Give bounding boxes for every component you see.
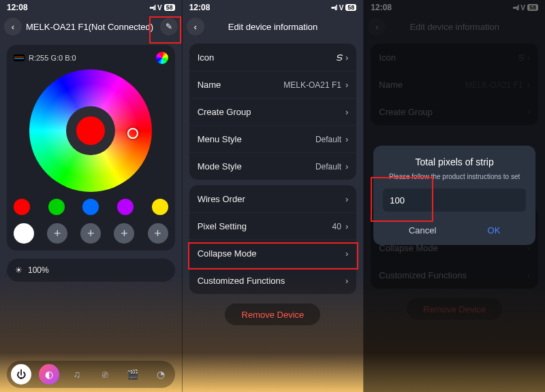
chevron-right-icon: › [345, 221, 348, 231]
chevron-right-icon: › [345, 80, 348, 90]
dialog-ok-button[interactable]: OK [481, 223, 508, 238]
tab-power[interactable]: ⏻ [11, 364, 31, 385]
wifi-icon: V [157, 4, 162, 12]
add-swatch-3[interactable]: + [114, 223, 134, 244]
color-wheel[interactable] [29, 69, 152, 192]
row-value: 40 [332, 222, 341, 231]
chevron-right-icon: › [345, 134, 348, 144]
row-label: Pixel Setting [198, 221, 332, 231]
settings-group-2: Wires Order › Pixel Setting 40 › Collaps… [189, 185, 357, 294]
status-bar: 12:08 ••ıl V 58 [183, 0, 364, 15]
brightness-value: 100% [28, 265, 49, 275]
power-icon: ⏻ [16, 369, 26, 380]
row-value: Default [315, 135, 341, 144]
tab-timer[interactable]: ◔ [151, 364, 171, 385]
sliders-icon: ⎚ [102, 369, 108, 380]
back-button[interactable]: ‹ [187, 18, 204, 35]
preset-swatches [14, 199, 168, 215]
pixel-count-input[interactable] [383, 189, 526, 212]
swatch-red[interactable] [14, 199, 30, 215]
status-right: ••ıl V 58 [331, 4, 356, 12]
brightness-slider[interactable]: ☀ 100% [7, 259, 175, 282]
status-time: 12:08 [189, 3, 211, 12]
status-bar: 12:08 ••ıl V 58 [0, 0, 182, 15]
chevron-right-icon: › [345, 107, 348, 117]
tab-music[interactable]: ♫ [67, 364, 87, 385]
row-icon[interactable]: Icon ട › [189, 44, 357, 71]
dialog-subtitle: Please follow the product instructions t… [383, 173, 526, 180]
add-swatch-4[interactable]: + [148, 223, 168, 244]
row-label: Mode Style [198, 161, 315, 172]
row-label: Create Group [198, 107, 345, 117]
brightness-icon: ☀ [15, 265, 22, 275]
row-label: Collapse Mode [198, 248, 345, 259]
back-button[interactable]: ‹ [4, 18, 22, 35]
row-label: Wires Order [198, 194, 345, 204]
wifi-icon: V [339, 4, 344, 12]
row-value: MELK-OA21 F1 [283, 80, 341, 90]
page-title: MELK-OA21 F1(Not Connected) [26, 22, 156, 32]
header: ‹ MELK-OA21 F1(Not Connected) ✎ [0, 15, 182, 38]
signal-icon: ••ıl [149, 4, 155, 12]
add-swatch-1[interactable]: + [47, 223, 67, 244]
pixel-dialog: Total pixels of strip Please follow the … [373, 146, 535, 245]
row-label: Name [198, 80, 284, 90]
row-customized-functions[interactable]: Customized Functions › [189, 267, 357, 294]
chevron-right-icon: › [345, 52, 348, 63]
battery-icon: 58 [164, 4, 175, 11]
custom-swatches: + + + + [14, 223, 168, 244]
tab-color[interactable]: ◐ [39, 364, 59, 385]
row-label: Icon [198, 52, 335, 63]
row-menu-style[interactable]: Menu Style Default › [189, 125, 357, 152]
status-time: 12:08 [7, 3, 28, 12]
bottom-tabbar: ⏻ ◐ ♫ ⎚ 🎬 ◔ [7, 361, 175, 388]
swatch-blue[interactable] [82, 199, 99, 215]
remove-device-button[interactable]: Remove Device [225, 304, 320, 325]
rainbow-picker-button[interactable] [156, 52, 168, 64]
tab-adjust[interactable]: ⎚ [95, 364, 115, 385]
clock-icon: ◔ [157, 369, 165, 380]
music-icon: ♫ [74, 369, 81, 380]
chevron-right-icon: › [345, 194, 348, 204]
dialog-cancel-button[interactable]: Cancel [402, 223, 443, 238]
row-wires-order[interactable]: Wires Order › [189, 185, 357, 212]
tab-scene[interactable]: 🎬 [123, 364, 143, 385]
swatch-green[interactable] [48, 199, 65, 215]
led-strip-icon [14, 54, 25, 61]
settings-group-1: Icon ട › Name MELK-OA21 F1 › Create Grou… [189, 44, 357, 180]
row-create-group[interactable]: Create Group › [189, 98, 357, 125]
battery-icon: 58 [345, 4, 356, 11]
header: ‹ Edit device information [183, 15, 364, 38]
row-label: Customized Functions [198, 276, 345, 286]
wheel-hub [66, 106, 115, 155]
swatch-white[interactable] [14, 223, 34, 244]
chevron-right-icon: › [345, 276, 348, 286]
add-swatch-2[interactable]: + [80, 223, 101, 244]
row-mode-style[interactable]: Mode Style Default › [189, 152, 357, 180]
row-collapse-mode[interactable]: Collapse Mode › [189, 240, 357, 267]
chevron-right-icon: › [345, 161, 348, 172]
pencil-icon: ✎ [166, 22, 172, 31]
dialog-title: Total pixels of strip [383, 157, 526, 167]
edit-button[interactable]: ✎ [160, 18, 178, 35]
row-name[interactable]: Name MELK-OA21 F1 › [189, 71, 357, 98]
remove-device-label: Remove Device [242, 310, 305, 320]
gauge-icon: ◐ [45, 369, 53, 380]
page-title: Edit device information [208, 22, 338, 32]
row-pixel-setting[interactable]: Pixel Setting 40 › [189, 212, 357, 240]
chevron-right-icon: › [345, 248, 348, 259]
color-panel: R:255 G:0 B:0 [7, 45, 175, 250]
wheel-cursor[interactable] [127, 128, 138, 139]
signal-icon: ••ıl [331, 4, 337, 12]
swatch-yellow[interactable] [152, 199, 168, 215]
swatch-purple[interactable] [117, 199, 134, 215]
row-value: Default [315, 162, 341, 172]
device-icon-preview: ട [335, 51, 341, 63]
selected-color-preview [76, 116, 105, 145]
status-right: ••ıl V 58 [149, 4, 174, 12]
clapper-icon: 🎬 [127, 369, 138, 380]
row-label: Menu Style [198, 134, 315, 144]
rgb-readout: R:255 G:0 B:0 [29, 54, 76, 62]
